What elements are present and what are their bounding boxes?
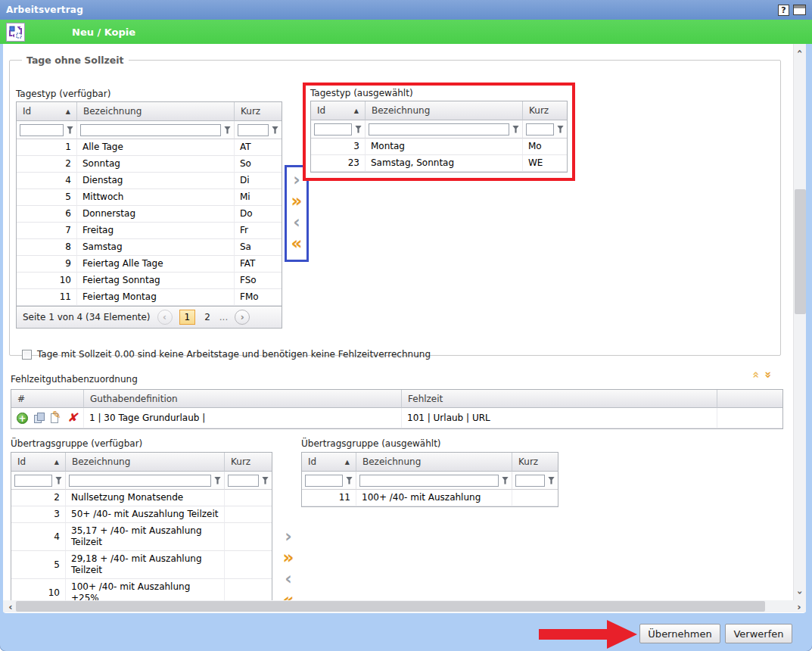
copy-icon[interactable]: [33, 412, 45, 424]
filter-input-kurz[interactable]: [526, 123, 554, 135]
vertical-scrollbar-thumb[interactable]: [795, 189, 806, 314]
filter-icon[interactable]: [557, 126, 564, 133]
column-header-bezeichnung[interactable]: Bezeichnung: [66, 453, 225, 472]
filter-icon[interactable]: [502, 477, 509, 484]
column-header-bezeichnung[interactable]: Bezeichnung: [366, 101, 523, 120]
column-header-id[interactable]: Id ▲: [17, 102, 77, 121]
pager-info: Seite 1 von 4 (34 Elemente): [23, 312, 151, 322]
column-header-id[interactable]: Id ▲: [311, 101, 366, 120]
filter-input-kurz[interactable]: [515, 475, 545, 487]
move-left-button[interactable]: ‹: [285, 571, 291, 586]
cell-kurz: Fr: [235, 223, 282, 239]
pager-page-2[interactable]: 2: [202, 310, 213, 324]
move-all-left-button[interactable]: «: [291, 235, 303, 251]
filter-input-kurz[interactable]: [238, 124, 269, 136]
help-icon[interactable]: ?: [778, 5, 789, 16]
filter-icon[interactable]: [548, 477, 555, 484]
add-icon[interactable]: +: [17, 413, 28, 424]
filter-icon[interactable]: [272, 126, 278, 134]
move-left-button[interactable]: ‹: [293, 214, 300, 229]
delete-icon[interactable]: ✘: [67, 412, 77, 424]
column-header-kurz[interactable]: Kurz: [523, 101, 567, 120]
titlebar[interactable]: Arbeitsvertrag ?: [0, 0, 812, 20]
filter-input-kurz[interactable]: [228, 475, 259, 487]
table-row[interactable]: 1Alle TageAT: [17, 139, 282, 156]
scroll-up-icon[interactable]: ‹: [795, 45, 807, 58]
column-header-bezeichnung[interactable]: Bezeichnung: [356, 453, 512, 472]
move-up-icon[interactable]: «: [751, 371, 761, 378]
filter-input-bezeichnung[interactable]: [369, 123, 509, 135]
table-row[interactable]: 3MontagMo: [311, 139, 567, 155]
table-row[interactable]: 11Feiertag MontagFMo: [17, 289, 282, 306]
pager-next-button[interactable]: ›: [235, 310, 250, 325]
column-header-id[interactable]: Id ▲: [11, 453, 66, 472]
filter-icon[interactable]: [262, 477, 269, 484]
column-header-id[interactable]: Id ▲: [302, 453, 356, 472]
table-row[interactable]: 4DienstagDi: [17, 173, 282, 189]
cell-kurz: Mo: [523, 139, 567, 155]
groupbox-legend: Tage ohne Sollzeit: [22, 55, 129, 66]
arbeitsvertrag-dialog: Arbeitsvertrag ? Neu / Kopie Tage ohne S…: [0, 0, 812, 651]
column-header-kurz[interactable]: Kurz: [235, 102, 282, 121]
column-header-kurz[interactable]: Kurz: [512, 453, 558, 472]
table-row[interactable]: 435,17 + /40- mit Auszahlung Teilzeit: [11, 523, 272, 551]
filter-icon[interactable]: [55, 477, 62, 484]
cell-kurz: [225, 523, 272, 551]
filter-icon[interactable]: [67, 126, 73, 134]
horizontal-scrollbar[interactable]: ‹ ›: [3, 600, 806, 612]
discard-button[interactable]: Verwerfen: [725, 624, 792, 643]
filter-icon[interactable]: [224, 126, 231, 134]
apply-button[interactable]: Übernehmen: [639, 624, 720, 643]
copy-record-icon: [6, 23, 25, 42]
column-header-fehlzeit[interactable]: Fehlzeit: [402, 390, 717, 408]
filter-input-bezeichnung[interactable]: [69, 475, 211, 487]
filter-input-bezeichnung[interactable]: [80, 124, 221, 136]
pager-page-1-active[interactable]: 1: [179, 310, 196, 325]
grid-header-row: # Guthabendefinition Fehlzeit: [11, 390, 782, 408]
table-row[interactable]: 350+ /40- mit Auszahlung Teilzeit: [11, 506, 272, 523]
vertical-scrollbar[interactable]: ‹ ›: [793, 44, 806, 600]
filter-input-id[interactable]: [305, 475, 343, 487]
move-all-right-button[interactable]: »: [283, 550, 294, 565]
filter-icon[interactable]: [346, 477, 353, 484]
table-row[interactable]: 5MittwochMi: [17, 189, 282, 206]
filter-input-id[interactable]: [14, 475, 52, 487]
table-row[interactable]: 2Nullsetzung Monatsende: [11, 490, 272, 506]
sollzeit-checkbox[interactable]: [22, 350, 32, 360]
table-row[interactable]: 6DonnerstagDo: [17, 206, 282, 223]
pager-prev-button[interactable]: ‹: [157, 310, 173, 325]
table-row[interactable]: 7FreitagFr: [17, 223, 282, 239]
filter-icon[interactable]: [214, 477, 221, 484]
table-row[interactable]: 9Feiertag Alle TageFAT: [17, 256, 282, 273]
column-header-guthabendefinition[interactable]: Guthabendefinition: [84, 390, 402, 408]
edit-icon[interactable]: ✎: [51, 412, 62, 424]
table-row[interactable]: 2SonntagSo: [17, 156, 282, 173]
move-right-button[interactable]: ›: [285, 528, 291, 544]
table-row[interactable]: 11100+ /40- mit Auszahlung: [302, 490, 558, 506]
filter-icon[interactable]: [512, 126, 519, 133]
column-header-kurz[interactable]: Kurz: [225, 453, 272, 472]
move-all-right-button[interactable]: »: [291, 193, 303, 208]
cell-bezeichnung: Nullsetzung Monatsende: [66, 490, 225, 506]
restore-window-icon[interactable]: [793, 5, 806, 15]
scroll-left-icon[interactable]: ‹: [5, 600, 17, 612]
move-right-button[interactable]: ›: [293, 172, 300, 187]
cell-id: 4: [17, 173, 77, 189]
horizontal-scrollbar-thumb[interactable]: [16, 601, 765, 612]
uebertragsgruppe-transfer-buttons: › » ‹ «: [278, 528, 298, 607]
table-row[interactable]: 529,18 + /40- mit Auszahlung Teilzeit: [11, 551, 272, 579]
filter-icon[interactable]: [355, 126, 362, 133]
sort-ascending-icon: ▲: [54, 459, 59, 466]
filter-input-bezeichnung[interactable]: [359, 475, 499, 487]
scroll-down-icon[interactable]: ›: [795, 587, 807, 600]
move-down-icon[interactable]: »: [763, 371, 773, 378]
table-row[interactable]: 8SamstagSa: [17, 239, 282, 256]
column-header-number[interactable]: #: [11, 390, 84, 408]
table-row[interactable]: 10Feiertag SonntagFSo: [17, 273, 282, 289]
column-header-bezeichnung[interactable]: Bezeichnung: [77, 102, 235, 121]
table-row[interactable]: 23Samstag, SonntagWE: [311, 155, 567, 172]
filter-input-id[interactable]: [20, 124, 64, 136]
scroll-right-icon[interactable]: ›: [793, 600, 805, 612]
filter-input-id[interactable]: [314, 123, 352, 135]
table-row[interactable]: + ✎ ✘: [11, 408, 782, 428]
